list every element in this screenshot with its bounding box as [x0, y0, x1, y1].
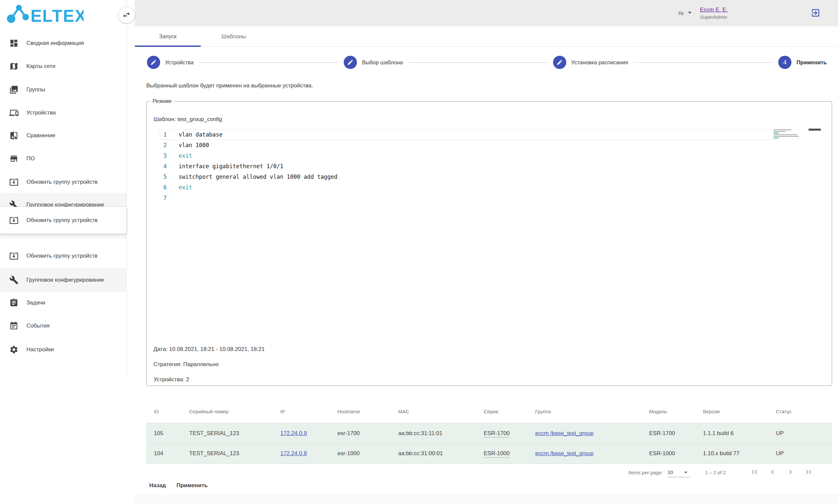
editor-overview-ruler [809, 129, 821, 131]
edit-icon [553, 56, 566, 69]
tasks-icon [9, 298, 18, 307]
apply-button[interactable]: Применить [171, 477, 213, 494]
template-line: Шаблон: test_group_config [154, 116, 222, 123]
sidebar-item-update-device-group-2[interactable]: Обновить группу устройств [0, 245, 126, 268]
svg-text:ELTEX: ELTEX [30, 6, 84, 24]
series-tooltip-trigger[interactable]: ESR-1700 [484, 430, 510, 438]
cell-mac: aa:bb:cc:31:11:01 [398, 430, 484, 437]
edit-icon [147, 56, 160, 69]
stepper-connector [634, 62, 773, 63]
sidebar-item-summary[interactable]: Сводная информация [0, 32, 126, 55]
stepper-step-template[interactable]: Выбор шаблона [344, 56, 403, 69]
sidebar-item-tasks[interactable]: Задачи [0, 291, 126, 314]
summary-fieldset: Резюме Шаблон: test_group_config 1vlan d… [146, 98, 832, 386]
sidebar-item-events[interactable]: События [0, 314, 126, 338]
group-link[interactable]: eccm /base_test_group [535, 450, 594, 456]
previous-page-button[interactable] [765, 465, 780, 480]
sidebar-item-label: Групповое конфигурирование [27, 277, 104, 283]
sidebar-item-software[interactable]: ПО [0, 147, 126, 170]
col-id: ID [154, 409, 189, 414]
sidebar-item-label: Настройки [27, 346, 54, 353]
stepper-step-schedule[interactable]: Установка расписания [553, 56, 628, 69]
cell-hostname: esr-1000 [338, 450, 398, 457]
apply-description: Выбранный шаблон будет применен на выбра… [146, 83, 313, 89]
stepper-step-devices[interactable]: Устройства [147, 56, 193, 69]
sidebar-item-label: Устройства [27, 109, 56, 116]
table-row: 104 TEST_SERIAL_123 172.24.0.8 esr-1000 … [146, 443, 832, 464]
tab-bar: Запуск Шаблоны [135, 26, 838, 47]
code-editor[interactable]: 1vlan database 2vlan 1000 3exit 4interfa… [160, 126, 827, 311]
sidebar-item-network-maps[interactable]: Карты сети [0, 55, 126, 78]
bottom-strip [135, 494, 838, 504]
col-ip: IP [280, 409, 338, 414]
ip-link[interactable]: 172.24.0.9 [280, 430, 307, 436]
cell-mac: aa:bb:cc:31:00:01 [398, 450, 484, 457]
logout-icon [810, 14, 821, 19]
sidebar-item-group-configuration-active[interactable]: Групповое конфигурирование [0, 268, 126, 292]
cell-serial: TEST_SERIAL_123 [189, 450, 280, 457]
code-line: 6exit [160, 182, 827, 193]
cell-id: 104 [154, 450, 189, 457]
tab-templates[interactable]: Шаблоны [201, 26, 267, 47]
cell-status: UP [776, 450, 832, 457]
step-label: Установка расписания [571, 59, 628, 66]
step-label: Устройства [165, 59, 193, 66]
date-line: Дата: 10.08.2021, 18:21 - 10.08.2021, 18… [154, 346, 264, 353]
user-name-link[interactable]: Eccm E. E. [700, 6, 728, 13]
sidebar-item-label: ПО [27, 155, 35, 162]
settings-icon [9, 345, 18, 354]
sidebar: ELTEX Сводная информация Карты сети Груп… [0, 0, 135, 504]
sidebar-item-label: Сравнение [27, 132, 55, 139]
summary-meta: Дата: 10.08.2021, 18:21 - 10.08.2021, 18… [154, 346, 264, 391]
dashboard-icon [9, 39, 18, 48]
stepper-step-apply[interactable]: 4 Применить [778, 56, 827, 69]
sidebar-item-update-device-group[interactable]: Обновить группу устройств [0, 170, 126, 194]
cell-serial: TEST_SERIAL_123 [189, 430, 280, 437]
system-update-icon [9, 178, 18, 187]
system-update-icon [9, 216, 18, 225]
last-page-button[interactable] [801, 465, 816, 480]
wizard-actions: Назад Применить [144, 475, 213, 496]
chevron-left-icon [768, 473, 777, 478]
sidebar-item-label: Задачи [27, 300, 45, 306]
step-number-badge: 4 [778, 56, 791, 69]
cell-status: UP [776, 430, 832, 437]
page-range: 1 – 2 of 2 [705, 470, 726, 475]
logout-button[interactable] [810, 8, 821, 18]
cell-hostname: esr-1700 [338, 430, 398, 437]
col-serial: Серийный номер [189, 409, 280, 414]
col-group: Группа [535, 409, 649, 414]
topbar: ru Eccm E. E. SuperAdmin [135, 0, 838, 26]
system-update-icon [9, 251, 18, 260]
items-per-page-value: 10 [667, 469, 673, 477]
chevron-right-icon [786, 473, 795, 478]
cell-model: ESR-1000 [649, 450, 703, 457]
back-button[interactable]: Назад [144, 477, 171, 494]
first-page-button[interactable] [748, 465, 762, 480]
code-line: 1vlan database [160, 129, 827, 140]
col-mac: MAC [398, 409, 484, 414]
sidebar-item-devices[interactable]: Устройства [0, 101, 126, 124]
col-hostname: Hostname [338, 409, 398, 414]
col-model: Модель [649, 409, 703, 414]
next-page-button[interactable] [783, 465, 798, 480]
ip-link[interactable]: 172.24.0.8 [280, 450, 307, 456]
sidebar-item-label: Обновить группу устройств [27, 253, 98, 259]
group-link[interactable]: eccm /base_test_group [535, 430, 594, 436]
sidebar-item-settings[interactable]: Настройки [0, 338, 126, 361]
wrench-icon [9, 275, 18, 285]
language-value: ru [679, 10, 683, 17]
collections-icon [9, 85, 18, 94]
sidebar-item-groups[interactable]: Группы [0, 78, 126, 101]
editor-minimap[interactable] [774, 129, 799, 139]
language-selector[interactable]: ru [679, 8, 694, 18]
tab-launch[interactable]: Запуск [135, 26, 201, 47]
sidebar-item-compare[interactable]: Сравнение [0, 124, 126, 147]
series-tooltip-trigger[interactable]: ESR-1000 [484, 450, 510, 458]
code-line: 5switchport general allowed vlan 1000 ad… [160, 172, 827, 182]
sidebar-collapse-toggle[interactable] [119, 7, 134, 23]
map-icon [9, 62, 18, 71]
items-per-page-select[interactable]: 10 [667, 467, 690, 477]
sidebar-item-update-device-group-overlay[interactable]: Обновить группу устройств [0, 207, 126, 234]
sidebar-item-label: Сводная информация [27, 40, 84, 47]
